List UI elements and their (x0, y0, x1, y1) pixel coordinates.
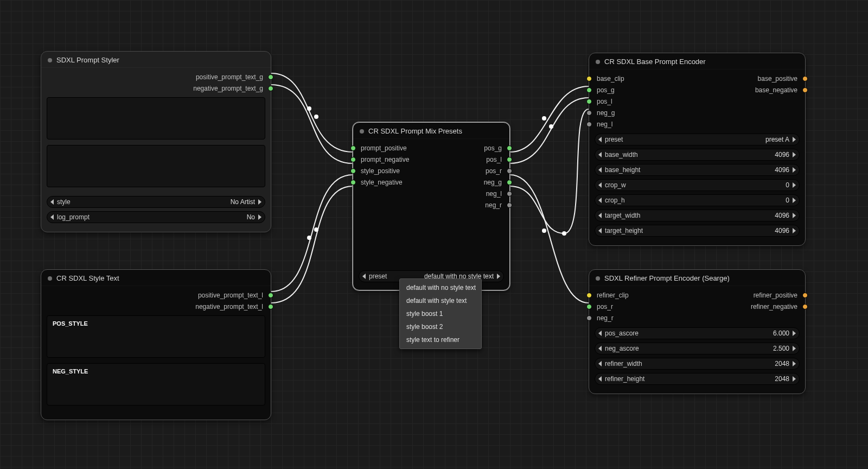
chevron-right-icon[interactable] (793, 376, 796, 382)
node-title[interactable]: SDXL Refiner Prompt Encoder (Searge) (589, 270, 805, 286)
svg-point-2 (307, 236, 311, 240)
node-title[interactable]: CR SDXL Base Prompt Encoder (589, 53, 805, 69)
node-title[interactable]: CR SDXL Prompt Mix Presets (353, 123, 509, 139)
output-label: negative_prompt_text_l (195, 303, 263, 310)
output-socket[interactable] (507, 157, 512, 162)
node-cr-sdxl-style-text[interactable]: CR SDXL Style Text positive_prompt_text_… (41, 269, 271, 420)
title-text: SDXL Prompt Styler (56, 56, 119, 64)
output-socket[interactable] (802, 87, 808, 93)
output-label: positive_prompt_text_l (198, 291, 263, 299)
text-input[interactable] (47, 145, 265, 187)
chevron-right-icon[interactable] (793, 182, 796, 188)
selector-preset[interactable]: presetpreset A (595, 134, 800, 145)
output-socket[interactable] (507, 191, 512, 197)
output-socket[interactable] (507, 168, 512, 174)
svg-point-1 (314, 115, 318, 119)
chevron-right-icon[interactable] (258, 199, 261, 205)
node-title[interactable]: SDXL Prompt Styler (41, 52, 271, 68)
svg-point-3 (314, 227, 318, 232)
collapse-icon[interactable] (360, 129, 364, 134)
input-socket[interactable] (586, 110, 592, 116)
title-text: SDXL Refiner Prompt Encoder (Searge) (604, 274, 730, 282)
output-socket[interactable] (507, 180, 512, 185)
text-input[interactable] (47, 97, 265, 140)
svg-point-5 (549, 124, 553, 129)
chevron-right-icon[interactable] (793, 361, 796, 366)
selector-log-prompt[interactable]: log_prompt No (47, 211, 265, 223)
input-socket[interactable] (586, 315, 592, 321)
chevron-right-icon[interactable] (793, 137, 796, 142)
node-sdxl-refiner-prompt-encoder[interactable]: SDXL Refiner Prompt Encoder (Searge) ref… (589, 269, 806, 394)
selector-crop_h[interactable]: crop_h0 (595, 194, 800, 206)
input-socket[interactable] (586, 99, 592, 104)
output-socket[interactable] (268, 304, 273, 309)
svg-point-6 (562, 231, 566, 236)
title-text: CR SDXL Base Prompt Encoder (604, 58, 706, 66)
text-input-neg-style[interactable]: NEG_STYLE (47, 363, 265, 405)
chevron-right-icon[interactable] (497, 274, 500, 279)
output-socket[interactable] (802, 76, 808, 81)
chevron-right-icon[interactable] (793, 198, 796, 203)
selector-refiner_height[interactable]: refiner_height2048 (595, 373, 800, 385)
input-socket[interactable] (350, 168, 356, 174)
selector-base_width[interactable]: base_width4096 (595, 149, 800, 161)
output-socket[interactable] (507, 145, 512, 151)
input-socket[interactable] (350, 145, 356, 151)
output-socket[interactable] (268, 74, 273, 80)
svg-point-7 (542, 229, 546, 233)
selector-target_width[interactable]: target_width4096 (595, 210, 800, 221)
chevron-right-icon[interactable] (793, 152, 796, 157)
input-socket[interactable] (586, 76, 592, 81)
selector-neg_ascore[interactable]: neg_ascore2.500 (595, 343, 800, 354)
selector-pos_ascore[interactable]: pos_ascore6.000 (595, 327, 800, 339)
svg-point-0 (307, 106, 311, 111)
selector-crop_w[interactable]: crop_w0 (595, 179, 800, 191)
collapse-icon[interactable] (596, 60, 600, 64)
menu-item[interactable]: default with style text (400, 294, 481, 307)
preset-dropdown-menu[interactable]: default with no style text default with … (399, 278, 482, 349)
collapse-icon[interactable] (48, 276, 52, 281)
node-cr-sdxl-prompt-mix-presets[interactable]: CR SDXL Prompt Mix Presets prompt_positi… (353, 122, 510, 290)
selector-refiner_width[interactable]: refiner_width2048 (595, 358, 800, 370)
collapse-icon[interactable] (48, 58, 52, 62)
node-cr-sdxl-base-prompt-encoder[interactable]: CR SDXL Base Prompt Encoder base_clip po… (589, 53, 806, 246)
title-text: CR SDXL Prompt Mix Presets (368, 127, 462, 135)
chevron-right-icon[interactable] (258, 214, 261, 220)
chevron-right-icon[interactable] (793, 213, 796, 218)
input-socket[interactable] (586, 304, 592, 309)
output-label: negative_prompt_text_g (193, 85, 263, 92)
chevron-right-icon[interactable] (793, 331, 796, 336)
output-socket[interactable] (268, 293, 273, 298)
output-socket[interactable] (507, 202, 512, 208)
selector-target_height[interactable]: target_height4096 (595, 225, 800, 237)
input-socket[interactable] (586, 122, 592, 127)
input-socket[interactable] (586, 87, 592, 93)
chevron-right-icon[interactable] (793, 346, 796, 351)
input-socket[interactable] (350, 157, 356, 162)
selector-base_height[interactable]: base_height4096 (595, 164, 800, 176)
node-title[interactable]: CR SDXL Style Text (41, 270, 271, 286)
svg-point-4 (542, 116, 546, 121)
menu-item[interactable]: style boost 1 (400, 307, 481, 320)
collapse-icon[interactable] (596, 276, 600, 281)
output-socket[interactable] (268, 86, 273, 91)
chevron-right-icon[interactable] (793, 167, 796, 173)
output-socket[interactable] (802, 293, 808, 298)
input-socket[interactable] (586, 293, 592, 298)
menu-item[interactable]: style boost 2 (400, 320, 481, 333)
menu-item[interactable]: style text to refiner (400, 333, 481, 346)
title-text: CR SDXL Style Text (56, 274, 119, 282)
node-sdxl-prompt-styler[interactable]: SDXL Prompt Styler positive_prompt_text_… (41, 51, 271, 232)
output-socket[interactable] (802, 304, 808, 309)
output-label: positive_prompt_text_g (196, 73, 263, 81)
menu-item[interactable]: default with no style text (400, 281, 481, 294)
input-socket[interactable] (350, 180, 356, 185)
selector-style[interactable]: style No Artist (47, 196, 265, 208)
text-input-pos-style[interactable]: POS_STYLE (47, 315, 265, 358)
chevron-right-icon[interactable] (793, 228, 796, 233)
